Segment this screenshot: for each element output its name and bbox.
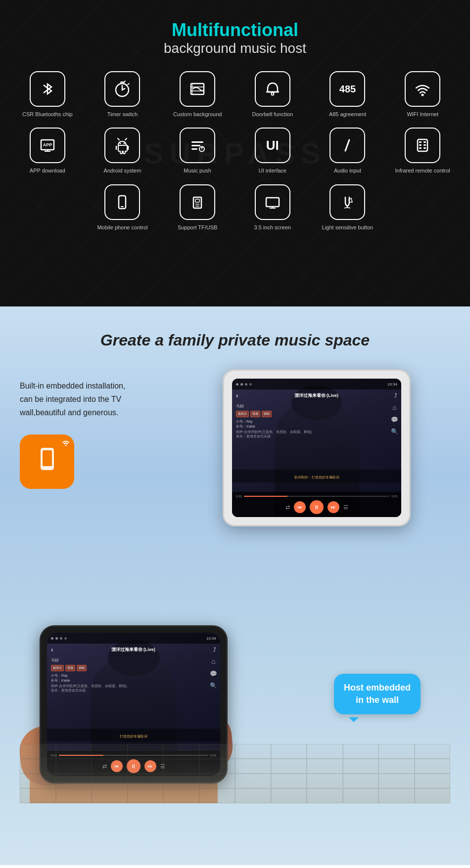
phone-artist: 马頔 [51, 657, 190, 663]
music-controls: 0:13 5:23 ⇄ ⏮ [232, 492, 401, 517]
phone-topbar: 10:34 [47, 633, 220, 644]
feature-item-light-btn: Light sensitive button [313, 184, 383, 231]
android-icon-box [104, 128, 140, 163]
next-btn[interactable]: ⏭ [328, 501, 339, 513]
svg-line-24 [202, 147, 204, 147]
phone-tag-2: 现场 [65, 665, 75, 671]
svg-rect-32 [423, 147, 426, 149]
svg-point-47 [65, 444, 67, 446]
tf-icon-box [180, 184, 215, 220]
phone-lyrics-text: 打造您的专属歌词 [120, 735, 147, 738]
screen35-label: 3.5 inch screen [254, 224, 291, 231]
tag-3: 独唱 [262, 411, 272, 417]
play-pause-btn[interactable]: ⏸ [310, 500, 324, 514]
song-title: 漂洋过海来看你 (Live) [238, 392, 394, 399]
feature-item-tf: Support TF/USB [162, 184, 233, 231]
svg-line-25 [345, 140, 349, 151]
feature-item-ui: UI UI interface [237, 128, 308, 174]
shuffle-icon[interactable]: ⇄ [285, 504, 290, 511]
playback-btns: ⇄ ⏮ ⏸ ⏭ ☰ [236, 500, 397, 514]
doorbell-label: Doorbell function [252, 111, 293, 118]
share-icon: ⤴ [394, 392, 397, 398]
showcase-desc: Built-in embedded installation, can be i… [20, 379, 168, 420]
showcase-content: Built-in embedded installation, can be i… [20, 369, 450, 526]
showcase-title: Greate a family private music space [20, 331, 450, 349]
phone-side-icons: ⌂ 💬 🔍 [210, 657, 217, 689]
phone-song-title: 漂洋过海来看你 (Live) [53, 647, 213, 653]
phone-lyrics: 打造您的专属歌词 [47, 729, 220, 741]
light-btn-label: Light sensitive button [322, 224, 373, 231]
music-time: 10:34 [387, 382, 397, 387]
ui-text: UI [266, 138, 279, 153]
svg-rect-45 [43, 450, 52, 466]
showcase-section: Greate a family private music space Buil… [0, 306, 470, 865]
speech-bubble: Host embeddedin the wall [334, 674, 421, 714]
ui-label: UI interface [259, 167, 286, 174]
svg-point-5 [271, 93, 274, 95]
showcase-left-panel: Built-in embedded installation, can be i… [20, 369, 168, 489]
tablet-device: 10:34 ‹ 漂洋过海来看你 (Live) ⤴ 马頔 超高分 [223, 369, 411, 526]
time-end: 5:23 [391, 495, 397, 498]
ir-label: Infrared remote control [395, 167, 450, 174]
chat-icon: 💬 [391, 416, 398, 423]
feature-item-custom-bg: Custom background [162, 71, 233, 118]
time-start: 0:13 [236, 495, 242, 498]
svg-line-17 [118, 138, 119, 140]
music-push-label: Music push [184, 167, 211, 174]
desc-line3: wall,beautiful and generous. [20, 408, 118, 417]
a85-icon-box: 485 [329, 71, 365, 107]
svg-rect-28 [423, 141, 426, 143]
svg-point-7 [422, 94, 424, 96]
playlist-icon[interactable]: ☰ [343, 504, 348, 511]
feature-grid: CSR Bluetooths chip Timer switch [12, 71, 458, 231]
desc-line2: can be integrated into the TV [20, 395, 121, 403]
music-info: 马頔 超高分 现场 独唱 小号：Ray 长号：Kable 和声·合伴伴歌声(王磊… [236, 403, 372, 439]
audio-label: Audio input [334, 167, 361, 174]
svg-rect-19 [191, 141, 203, 143]
doorbell-icon-box [255, 71, 290, 107]
phone-icon [34, 445, 61, 478]
title-main: Multifunctional [10, 20, 460, 41]
music-tags: 超高分 现场 独唱 [236, 411, 372, 417]
feature-item-audio: Audio input [313, 128, 383, 174]
prev-btn[interactable]: ⏮ [294, 501, 306, 513]
phone-info: 马頔 超高分 现场 独唱 小号：Ray 长号：Kable 和声·合伴伴歌声(王磊… [51, 657, 190, 693]
svg-point-14 [124, 143, 125, 144]
lyrics-text: 歌词制作：打造您的专属歌词 [294, 476, 339, 479]
mobile-label: Mobile phone control [97, 224, 147, 231]
svg-rect-31 [419, 147, 422, 149]
custom-bg-label: Custom background [173, 111, 222, 118]
progress-bar[interactable] [244, 496, 390, 497]
phone-meta3: 和声·合伴伴歌声(王磊悦、张思歌、余昭源、斯锐) [51, 684, 190, 689]
feature-item-doorbell: Doorbell function [237, 71, 308, 118]
svg-rect-36 [195, 199, 199, 202]
feature-item-android: Android system [88, 128, 158, 174]
app-label: APP download [30, 167, 65, 174]
phone-nav: ‹ 漂洋过海来看你 (Live) ⤴ [47, 644, 220, 655]
bluetooth-label: CSR Bluetooths chip [22, 111, 73, 118]
meta3: 和声·合伴伴歌声(王磊悦、张思歌、余昭源、斯锐) [236, 430, 372, 434]
side-icons: ⌂ 💬 🔍 [391, 403, 398, 435]
svg-rect-39 [266, 198, 279, 207]
phone-tags: 超高分 现场 独唱 [51, 665, 190, 671]
music-topbar: 10:34 [232, 379, 401, 390]
tiles-grid [20, 744, 450, 803]
desc-line1: Built-in embedded installation, [20, 382, 125, 390]
tablet-screen: 10:34 ‹ 漂洋过海来看你 (Live) ⤴ 马頔 超高分 [232, 379, 401, 517]
tag-2: 现场 [250, 411, 260, 417]
title-sub: background music host [10, 41, 460, 56]
speech-bubble-text: Host embeddedin the wall [344, 682, 411, 706]
ir-icon-box [405, 128, 440, 163]
phone-tag-1: 超高分 [51, 665, 64, 671]
svg-rect-20 [191, 145, 200, 146]
light-btn-icon-box [329, 184, 365, 220]
custom-bg-icon-box [180, 71, 215, 107]
wifi-signal-icon [61, 438, 70, 450]
feature-item-wifi: WIFI Internet [387, 71, 458, 118]
ui-icon-box: UI [255, 128, 290, 163]
artist-name: 马頔 [236, 403, 372, 409]
wifi-label: WIFI Internet [407, 111, 438, 118]
meta2: 长号：Kable [236, 424, 372, 429]
tag-1: 超高分 [236, 411, 249, 417]
phone-share-icon: ⤴ [213, 647, 216, 652]
